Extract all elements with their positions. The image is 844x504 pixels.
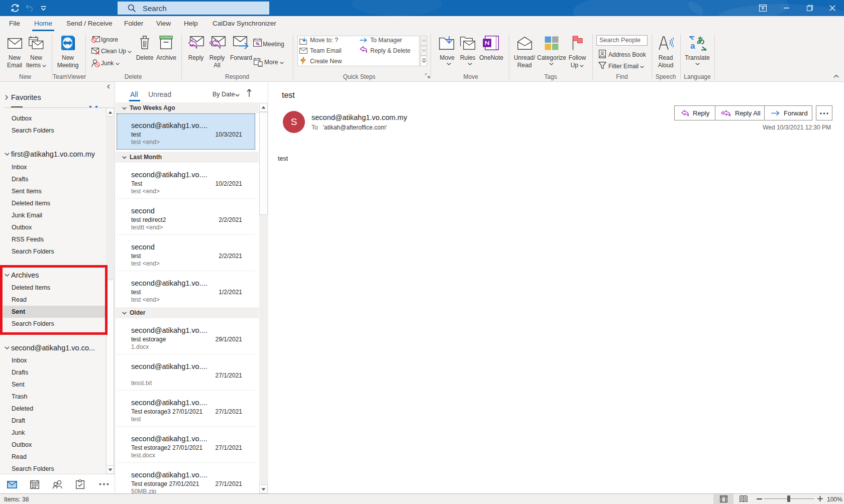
svg-text:あ: あ bbox=[697, 36, 705, 45]
svg-text:a: a bbox=[690, 41, 695, 51]
